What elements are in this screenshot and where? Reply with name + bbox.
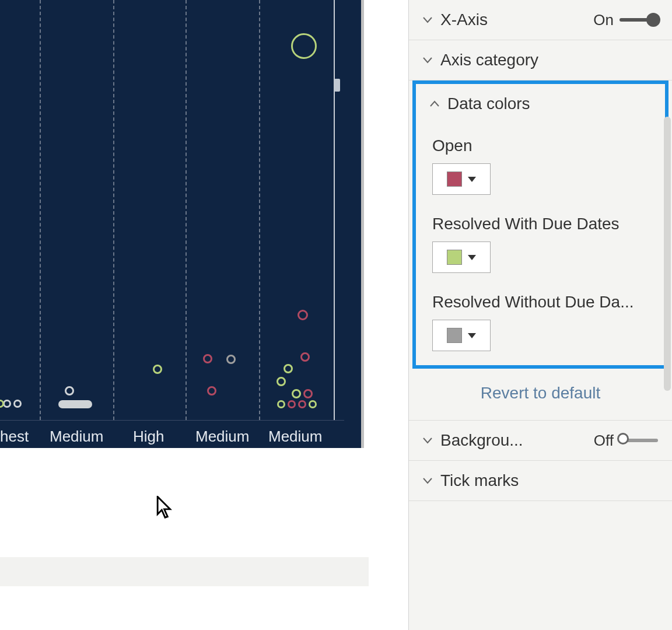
- revert-to-default-link[interactable]: Revert to default: [409, 369, 672, 420]
- switch-off-icon: [620, 439, 658, 442]
- chevron-down-icon: [422, 435, 433, 446]
- axis-tick-label: High: [133, 428, 164, 446]
- caret-down-icon: [468, 333, 476, 338]
- format-pane: X-Axis On Axis category Data colors Open…: [408, 0, 672, 630]
- background-section-header[interactable]: Backgrou... Off: [409, 420, 672, 461]
- x-axis-labels: hest Medium High Medium Medium: [0, 420, 344, 448]
- switch-on-icon: [620, 18, 658, 22]
- data-point[interactable]: [298, 400, 306, 408]
- color-item-resolved-without: Resolved Without Due Da...: [416, 280, 665, 365]
- color-swatch: [447, 250, 462, 265]
- toggle-state-label: Off: [594, 432, 614, 450]
- data-point[interactable]: [276, 377, 286, 386]
- color-item-label: Open: [432, 136, 649, 155]
- data-point[interactable]: [284, 364, 293, 373]
- data-point[interactable]: [298, 310, 308, 320]
- data-point[interactable]: [300, 352, 310, 362]
- color-picker-resolved-without[interactable]: [432, 320, 491, 351]
- axis-tick-label: hest: [0, 428, 29, 446]
- color-item-label: Resolved With Due Dates: [432, 215, 649, 233]
- category-divider: [259, 0, 260, 420]
- data-colors-highlighted-region: Data colors Open Resolved With Due Dates…: [412, 80, 668, 369]
- background-toggle[interactable]: Off: [594, 432, 658, 450]
- axis-tick-label: Medium: [268, 428, 322, 446]
- data-point[interactable]: [153, 365, 162, 374]
- color-swatch: [447, 172, 462, 187]
- data-point[interactable]: [292, 389, 301, 398]
- axis-tick-label: Medium: [195, 428, 249, 446]
- chevron-down-icon: [422, 475, 433, 487]
- data-point[interactable]: [226, 355, 236, 364]
- axis-category-section-header[interactable]: Axis category: [409, 40, 672, 80]
- data-point[interactable]: [277, 400, 285, 408]
- chart-canvas-region: hest Medium High Medium Medium: [0, 0, 369, 630]
- background-label: Backgrou...: [440, 431, 523, 450]
- tickmarks-section-header[interactable]: Tick marks: [409, 461, 672, 501]
- data-point[interactable]: [303, 389, 313, 398]
- data-colors-label: Data colors: [447, 94, 530, 113]
- data-point[interactable]: [203, 354, 212, 363]
- xaxis-section-header[interactable]: X-Axis On: [409, 0, 672, 40]
- color-item-resolved-with: Resolved With Due Dates: [416, 202, 665, 280]
- axis-category-label: Axis category: [440, 51, 538, 69]
- data-point[interactable]: [13, 400, 22, 408]
- data-point-cluster[interactable]: [58, 400, 92, 408]
- color-picker-open[interactable]: [432, 163, 491, 195]
- data-colors-section-header[interactable]: Data colors: [416, 84, 665, 124]
- data-point[interactable]: [3, 400, 11, 408]
- color-item-open: Open: [416, 124, 665, 202]
- xaxis-label: X-Axis: [440, 10, 488, 29]
- caret-down-icon: [468, 177, 476, 182]
- footer-strip: [0, 557, 369, 586]
- color-swatch: [447, 328, 462, 343]
- category-divider: [40, 0, 41, 420]
- chevron-up-icon: [429, 98, 440, 110]
- xaxis-toggle[interactable]: On: [593, 11, 658, 29]
- chart-scroll-thumb[interactable]: [334, 79, 340, 92]
- pane-scrollbar[interactable]: [664, 117, 671, 391]
- data-point[interactable]: [288, 400, 296, 408]
- axis-tick-label: Medium: [50, 428, 103, 446]
- category-divider: [186, 0, 187, 420]
- caret-down-icon: [468, 255, 476, 260]
- data-point[interactable]: [291, 33, 317, 59]
- chevron-down-icon: [422, 54, 433, 66]
- toggle-state-label: On: [593, 11, 614, 29]
- color-picker-resolved-with[interactable]: [432, 242, 491, 273]
- color-item-label: Resolved Without Due Da...: [432, 293, 649, 312]
- data-point[interactable]: [65, 386, 74, 396]
- data-point[interactable]: [309, 400, 317, 408]
- chart-right-border: [334, 0, 335, 420]
- data-point[interactable]: [207, 386, 216, 396]
- category-divider: [113, 0, 114, 420]
- mouse-cursor-icon: [156, 496, 174, 524]
- chevron-down-icon: [422, 14, 433, 26]
- scatter-chart[interactable]: hest Medium High Medium Medium: [0, 0, 364, 448]
- tickmarks-label: Tick marks: [440, 471, 519, 490]
